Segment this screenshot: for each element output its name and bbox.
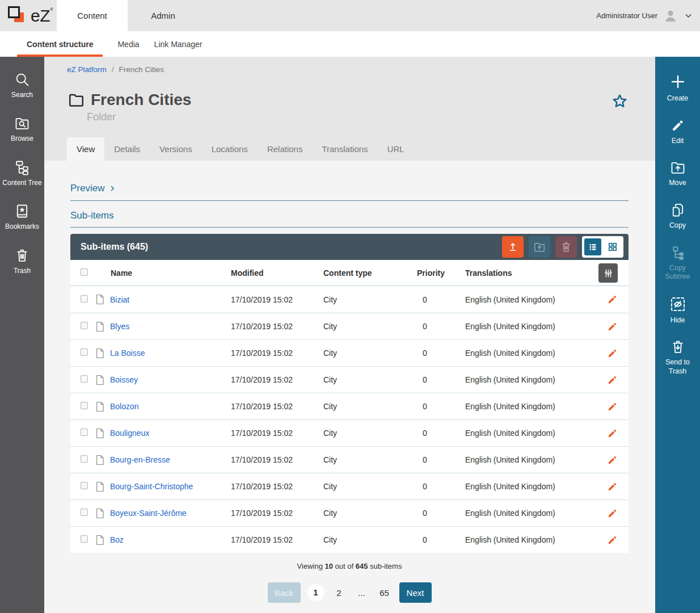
row-name-link[interactable]: Boyeux-Saint-Jérôme bbox=[110, 509, 187, 518]
top-tab-admin[interactable]: Admin bbox=[128, 0, 199, 31]
row-name-link[interactable]: Bouligneux bbox=[110, 429, 149, 438]
table-row: La Boisse 17/10/2019 15:02 City 0 Englis… bbox=[70, 339, 629, 366]
row-name-link[interactable]: Bourg-en-Bresse bbox=[110, 455, 170, 464]
move-icon bbox=[669, 159, 686, 175]
row-edit-button[interactable] bbox=[606, 481, 618, 493]
row-checkbox[interactable] bbox=[81, 482, 88, 489]
list-view-button[interactable] bbox=[584, 238, 601, 255]
table-row: Bouligneux 17/10/2019 15:02 City 0 Engli… bbox=[70, 419, 629, 446]
table-row: Biziat 17/10/2019 15:02 City 0 English (… bbox=[70, 286, 629, 313]
row-checkbox[interactable] bbox=[81, 375, 88, 383]
breadcrumb-root-link[interactable]: eZ Platform bbox=[67, 65, 107, 74]
row-edit-button[interactable] bbox=[606, 293, 618, 305]
row-checkbox[interactable] bbox=[81, 429, 88, 436]
row-name-link[interactable]: Biziat bbox=[110, 295, 129, 304]
sidebar-item-bookmarks[interactable]: Bookmarks bbox=[5, 203, 39, 230]
pagination-page-65[interactable]: 65 bbox=[377, 588, 393, 598]
row-modified: 17/10/2019 15:02 bbox=[231, 455, 323, 464]
row-edit-button[interactable] bbox=[606, 534, 618, 546]
viewing-total: 645 bbox=[356, 562, 368, 570]
sidebar-item-content-tree[interactable]: Content Tree bbox=[2, 159, 41, 187]
left-sidebar: Search Browse Content Tree bbox=[0, 57, 44, 613]
pagination-page-2[interactable]: 2 bbox=[331, 588, 347, 598]
move-to-folder-icon bbox=[533, 241, 546, 253]
top-tab-content[interactable]: Content bbox=[57, 0, 128, 31]
row-name-link[interactable]: Bourg-Saint-Christophe bbox=[110, 482, 193, 491]
row-edit-button[interactable] bbox=[606, 321, 618, 333]
pagination-page-1[interactable]: 1 bbox=[307, 584, 324, 601]
row-checkbox[interactable] bbox=[81, 535, 88, 543]
action-move[interactable]: Move bbox=[658, 159, 698, 188]
row-edit-button[interactable] bbox=[606, 507, 618, 519]
column-header-content-type: Content type bbox=[323, 268, 417, 278]
ez-logo-mark-icon bbox=[8, 5, 31, 27]
sidebar-item-browse[interactable]: Browse bbox=[11, 115, 33, 142]
subnav-item-link-manager[interactable]: Link Manager bbox=[154, 31, 203, 57]
row-edit-button[interactable] bbox=[606, 347, 618, 359]
row-priority: 0 bbox=[417, 349, 465, 358]
row-modified: 17/10/2019 15:02 bbox=[231, 322, 323, 331]
row-priority: 0 bbox=[417, 322, 465, 331]
document-icon bbox=[95, 401, 104, 412]
sidebar-item-search[interactable]: Search bbox=[11, 72, 33, 99]
pagination-back-button[interactable]: Back bbox=[268, 582, 301, 603]
row-checkbox[interactable] bbox=[81, 509, 88, 516]
action-copy-subtree[interactable]: Copy Subtree bbox=[658, 245, 698, 282]
row-name-link[interactable]: Blyes bbox=[110, 322, 129, 331]
sidebar-item-trash[interactable]: Trash bbox=[14, 247, 31, 275]
row-checkbox[interactable] bbox=[81, 455, 88, 463]
row-translations: English (United Kingdom) bbox=[465, 455, 596, 464]
row-name-link[interactable]: Boz bbox=[110, 535, 124, 544]
row-edit-button[interactable] bbox=[606, 454, 618, 466]
tab-url[interactable]: URL bbox=[378, 137, 414, 161]
row-content-type: City bbox=[323, 509, 417, 518]
grid-view-button[interactable] bbox=[604, 238, 621, 255]
ez-logo-registered-mark: ® bbox=[50, 7, 53, 12]
tab-locations[interactable]: Locations bbox=[202, 137, 258, 161]
row-checkbox[interactable] bbox=[81, 349, 88, 356]
action-copy[interactable]: Copy bbox=[658, 202, 698, 230]
action-hide[interactable]: Hide bbox=[658, 296, 698, 325]
tab-details[interactable]: Details bbox=[104, 137, 150, 161]
page-header: eZ Platform / French Cities French Citie… bbox=[44, 57, 655, 161]
tab-view[interactable]: View bbox=[67, 137, 104, 161]
bookmarks-icon bbox=[14, 203, 30, 219]
action-edit[interactable]: Edit bbox=[658, 117, 698, 146]
ez-logo[interactable]: eZ ® bbox=[8, 5, 53, 27]
upload-button[interactable] bbox=[502, 236, 524, 258]
row-modified: 17/10/2019 15:02 bbox=[231, 429, 323, 438]
row-content-type: City bbox=[323, 455, 417, 464]
column-header-name: Name bbox=[95, 268, 231, 278]
row-name-link[interactable]: Bolozon bbox=[110, 402, 139, 411]
column-settings-button[interactable] bbox=[598, 263, 618, 283]
select-all-checkbox[interactable] bbox=[81, 268, 88, 276]
tab-versions[interactable]: Versions bbox=[150, 137, 202, 161]
subnav-item-media[interactable]: Media bbox=[117, 31, 139, 57]
row-edit-button[interactable] bbox=[606, 374, 618, 386]
subnav-item-content-structure[interactable]: Content structure bbox=[17, 31, 103, 57]
tab-relations[interactable]: Relations bbox=[258, 137, 313, 161]
row-translations: English (United Kingdom) bbox=[465, 295, 596, 304]
user-menu[interactable]: Administrator User bbox=[596, 0, 693, 31]
tab-translations[interactable]: Translations bbox=[312, 137, 377, 161]
action-create[interactable]: Create bbox=[658, 73, 698, 103]
pagination-next-button[interactable]: Next bbox=[399, 582, 432, 603]
row-content-type: City bbox=[323, 429, 417, 438]
row-priority: 0 bbox=[417, 429, 465, 438]
bookmark-star-icon[interactable] bbox=[611, 93, 629, 110]
row-checkbox[interactable] bbox=[81, 295, 88, 303]
preview-section-toggle[interactable]: Preview bbox=[70, 183, 629, 201]
pagination-ellipsis[interactable]: ... bbox=[354, 588, 370, 598]
row-checkbox[interactable] bbox=[81, 402, 88, 409]
row-modified: 17/10/2019 15:02 bbox=[231, 402, 323, 411]
row-name-link[interactable]: Boissey bbox=[110, 375, 138, 384]
row-edit-button[interactable] bbox=[606, 401, 618, 413]
action-send-to-trash[interactable]: Send to Trash bbox=[658, 339, 698, 376]
subitems-toolbar: Sub-items (645) bbox=[70, 234, 629, 260]
delete-selected-button[interactable] bbox=[555, 236, 577, 258]
row-content-type: City bbox=[323, 295, 417, 304]
row-edit-button[interactable] bbox=[606, 427, 618, 439]
move-selected-button[interactable] bbox=[529, 236, 550, 258]
row-name-link[interactable]: La Boisse bbox=[110, 349, 145, 358]
row-checkbox[interactable] bbox=[81, 322, 88, 329]
